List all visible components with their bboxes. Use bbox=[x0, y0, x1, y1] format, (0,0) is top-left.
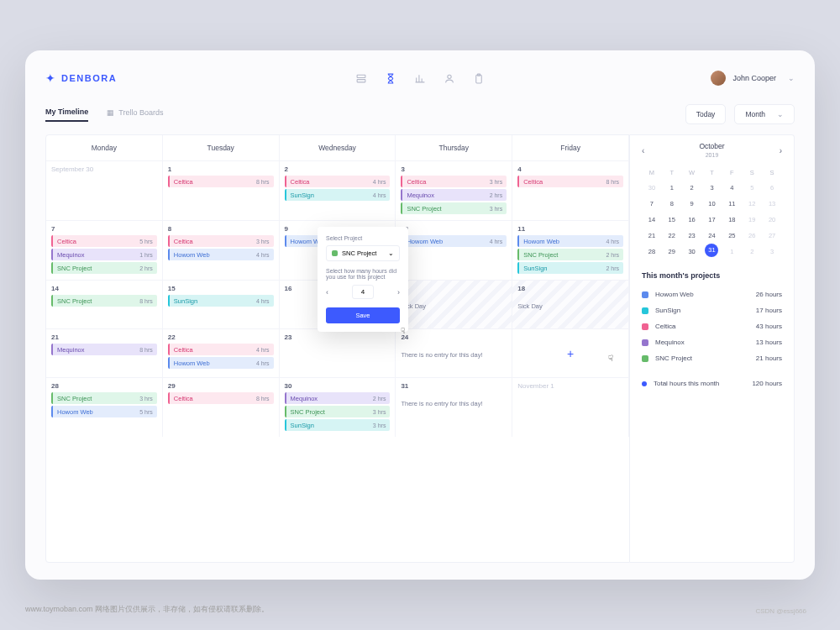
user-icon[interactable] bbox=[444, 73, 455, 84]
mini-day[interactable]: 30 bbox=[682, 244, 702, 260]
time-entry[interactable]: Celtica3 hrs bbox=[168, 235, 274, 247]
mini-day[interactable]: 2 bbox=[742, 244, 762, 260]
time-entry[interactable]: SNC Project2 hrs bbox=[51, 262, 157, 274]
calendar-cell[interactable]: 24There is no entry for this day! bbox=[396, 328, 512, 377]
increase-button[interactable]: › bbox=[397, 288, 400, 297]
mini-day[interactable]: 3 bbox=[702, 180, 722, 196]
time-entry[interactable]: SunSign4 hrs bbox=[285, 189, 391, 201]
time-entry[interactable]: Celtica3 hrs bbox=[401, 176, 507, 187]
mini-day[interactable]: 24 bbox=[702, 228, 722, 244]
mini-day[interactable]: 5 bbox=[742, 180, 762, 196]
mini-day[interactable]: 27 bbox=[762, 228, 782, 244]
mini-day[interactable]: 6 bbox=[762, 180, 782, 196]
time-entry[interactable]: Mequinox2 hrs bbox=[285, 392, 391, 404]
mini-day[interactable]: 15 bbox=[662, 212, 682, 228]
calendar-cell[interactable]: 4Celtica8 hrs bbox=[512, 160, 629, 220]
calendar-cell[interactable]: 31There is no entry for this day! bbox=[396, 377, 512, 437]
mini-day[interactable]: 30 bbox=[642, 180, 662, 196]
decrease-button[interactable]: ‹ bbox=[326, 288, 328, 297]
time-entry[interactable]: SNC Project3 hrs bbox=[285, 406, 391, 417]
mini-day[interactable]: 13 bbox=[762, 196, 782, 212]
calendar-cell[interactable]: 7Celtica5 hrsMequinox1 hrsSNC Project2 h… bbox=[46, 220, 163, 280]
calendar-cell[interactable]: 17Sick Day bbox=[396, 280, 512, 328]
tab-trello[interactable]: ▦Trello Boards bbox=[107, 108, 163, 122]
mini-day[interactable]: 18 bbox=[722, 212, 742, 228]
time-entry[interactable]: Mequinox1 hrs bbox=[51, 249, 157, 260]
calendar-cell[interactable]: 22Celtica4 hrsHowom Web4 hrs bbox=[163, 328, 280, 377]
calendar-cell[interactable]: 28SNC Project3 hrsHowom Web5 hrs bbox=[46, 377, 163, 437]
mini-day[interactable]: 23 bbox=[682, 228, 702, 244]
time-entry[interactable]: Howom Web5 hrs bbox=[51, 406, 157, 417]
calendar-cell[interactable]: 8Celtica3 hrsHowom Web4 hrs bbox=[163, 220, 280, 280]
mini-day[interactable]: 1 bbox=[722, 244, 742, 260]
time-entry[interactable]: Mequinox8 hrs bbox=[51, 344, 157, 355]
mini-day[interactable]: 22 bbox=[662, 228, 682, 244]
time-entry[interactable]: Howom Web4 hrs bbox=[517, 235, 623, 247]
calendar-cell[interactable]: 21Mequinox8 hrs bbox=[46, 328, 163, 377]
mini-day[interactable]: 25 bbox=[722, 228, 742, 244]
save-button[interactable]: Save bbox=[326, 307, 400, 323]
calendar-cell[interactable]: 10Howom Web4 hrs bbox=[396, 220, 512, 280]
mini-day[interactable]: 29 bbox=[662, 244, 682, 260]
time-entry[interactable]: Celtica4 hrs bbox=[285, 176, 391, 187]
hours-value[interactable]: 4 bbox=[352, 285, 374, 299]
mini-day[interactable]: 21 bbox=[642, 228, 662, 244]
time-entry[interactable]: Howom Web4 hrs bbox=[168, 249, 274, 260]
mini-day[interactable]: 12 bbox=[742, 196, 762, 212]
time-entry[interactable]: SNC Project3 hrs bbox=[401, 202, 507, 214]
project-select[interactable]: SNC Project ⌄ bbox=[326, 245, 400, 261]
calendar-cell[interactable]: November 1 bbox=[512, 377, 629, 437]
mini-day[interactable]: 9 bbox=[682, 196, 702, 212]
calendar-cell[interactable]: 30Mequinox2 hrsSNC Project3 hrsSunSign3 … bbox=[280, 377, 396, 437]
time-entry[interactable]: Celtica8 hrs bbox=[517, 176, 623, 187]
time-entry[interactable]: Celtica8 hrs bbox=[168, 392, 274, 404]
view-select[interactable]: Month⌄ bbox=[734, 104, 795, 124]
mini-day[interactable]: 14 bbox=[642, 212, 662, 228]
chart-icon[interactable] bbox=[415, 73, 426, 84]
today-button[interactable]: Today bbox=[685, 104, 727, 124]
calendar-cell[interactable]: September 30 bbox=[46, 160, 163, 220]
prev-month-button[interactable]: ‹ bbox=[642, 146, 644, 155]
calendar-cell[interactable]: 15SunSign4 hrs bbox=[163, 280, 280, 328]
mini-day[interactable]: 19 bbox=[742, 212, 762, 228]
timer-icon[interactable] bbox=[386, 73, 396, 84]
add-entry-button[interactable]: + bbox=[567, 347, 574, 360]
mini-day[interactable]: 4 bbox=[722, 180, 742, 196]
user-menu[interactable]: John Cooper ⌄ bbox=[711, 71, 795, 86]
time-entry[interactable]: Howom Web4 hrs bbox=[168, 357, 274, 369]
time-entry[interactable]: Celtica4 hrs bbox=[168, 344, 274, 355]
calendar-cell[interactable]: 18Sick Day bbox=[512, 280, 629, 328]
mini-day[interactable]: 8 bbox=[662, 196, 682, 212]
mini-day[interactable]: 11 bbox=[722, 196, 742, 212]
calendar-cell[interactable]: 29Celtica8 hrs bbox=[163, 377, 280, 437]
tab-timeline[interactable]: My Timeline bbox=[45, 108, 88, 122]
mini-day[interactable]: 20 bbox=[762, 212, 782, 228]
mini-day[interactable]: 16 bbox=[682, 212, 702, 228]
mini-day[interactable]: 3 bbox=[762, 244, 782, 260]
time-entry[interactable]: Mequinox2 hrs bbox=[401, 189, 507, 201]
time-entry[interactable]: SNC Project8 hrs bbox=[51, 295, 157, 307]
time-entry[interactable]: Celtica5 hrs bbox=[51, 235, 157, 247]
layout-icon[interactable] bbox=[356, 73, 367, 84]
clipboard-icon[interactable] bbox=[474, 73, 485, 84]
calendar-cell[interactable]: 3Celtica3 hrsMequinox2 hrsSNC Project3 h… bbox=[396, 160, 512, 220]
time-entry[interactable]: SNC Project2 hrs bbox=[517, 249, 623, 260]
calendar-cell[interactable]: 1Celtica8 hrs bbox=[163, 160, 280, 220]
mini-day[interactable]: 10 bbox=[702, 196, 722, 212]
mini-day[interactable]: 17 bbox=[702, 212, 722, 228]
calendar-cell[interactable]: 14SNC Project8 hrs bbox=[46, 280, 163, 328]
time-entry[interactable]: SunSign2 hrs bbox=[517, 262, 623, 274]
mini-day[interactable]: 26 bbox=[742, 228, 762, 244]
calendar-cell[interactable]: +☟ bbox=[512, 328, 629, 377]
time-entry[interactable]: SunSign3 hrs bbox=[285, 419, 391, 431]
time-entry[interactable]: SNC Project3 hrs bbox=[51, 392, 157, 404]
time-entry[interactable]: Howom Web4 hrs bbox=[401, 235, 507, 247]
calendar-cell[interactable]: 2Celtica4 hrsSunSign4 hrs bbox=[280, 160, 396, 220]
mini-day[interactable]: 2 bbox=[682, 180, 702, 196]
time-entry[interactable]: SunSign4 hrs bbox=[168, 295, 274, 307]
next-month-button[interactable]: › bbox=[780, 146, 782, 155]
mini-day[interactable]: 28 bbox=[642, 244, 662, 260]
mini-day[interactable]: 31 bbox=[705, 244, 718, 257]
calendar-cell[interactable]: 11Howom Web4 hrsSNC Project2 hrsSunSign2… bbox=[512, 220, 629, 280]
calendar-cell[interactable]: 23 bbox=[280, 328, 396, 377]
